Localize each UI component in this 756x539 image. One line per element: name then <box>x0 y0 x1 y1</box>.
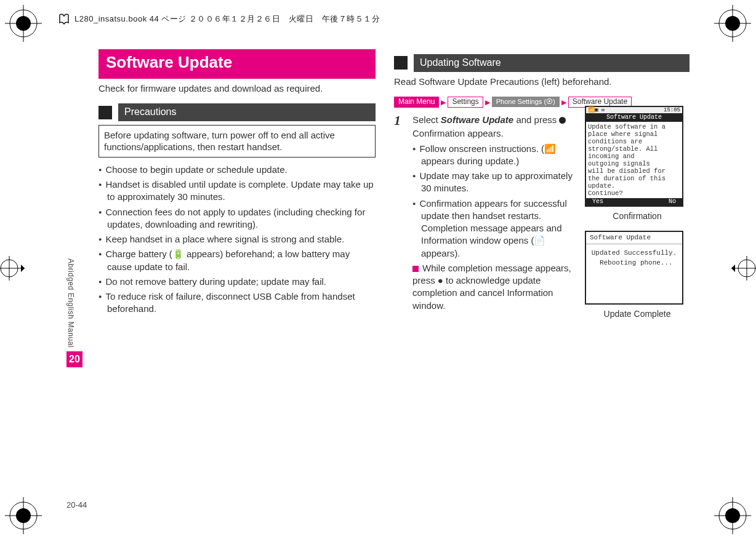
precaution-item: Handset is disabled until update is comp… <box>99 178 376 204</box>
step-bullet-item: Confirmation appears for successful upda… <box>412 198 573 260</box>
updating-intro: Read Software Update Precautions (left) … <box>394 76 690 88</box>
step-note-text: While completion message appears, press … <box>412 263 571 311</box>
precautions-warning-box: Before updating software, turn power off… <box>99 125 376 158</box>
precaution-item: Do not remove battery during update; upd… <box>99 276 376 288</box>
precaution-item: Charge battery (🔋 appears) beforehand; a… <box>99 248 376 273</box>
section-precautions: Precautions <box>99 103 376 121</box>
print-header-text: L280_insatsu.book 44 ページ ２００６年１２月２６日 火曜日… <box>74 14 380 25</box>
section-marker-icon <box>99 106 112 119</box>
nav-settings: Settings <box>448 97 483 108</box>
registration-mark-top-left <box>5 5 42 42</box>
figure-confirmation-caption: Confirmation <box>585 210 690 222</box>
registration-mark-bottom-left <box>5 497 42 534</box>
screen-body-text: Update software in a place where signal … <box>586 122 682 199</box>
nav-main-menu: Main Menu <box>394 97 439 108</box>
precaution-item: To reduce risk of failure, disconnect US… <box>99 290 376 316</box>
screen2-titlebar: Software Update <box>586 232 682 244</box>
print-header: L280_insatsu.book 44 ページ ２００６年１２月２６日 火曜日… <box>58 14 380 25</box>
step-bullet-list: Follow onscreen instructions. (📶 appears… <box>412 143 573 260</box>
page-number: 20-44 <box>66 500 87 509</box>
book-icon <box>58 14 70 25</box>
precaution-item: Keep handset in a place where signal is … <box>99 233 376 246</box>
section-marker-icon <box>394 56 408 70</box>
registration-mark-bottom-right <box>714 497 751 534</box>
side-tab: Abridged English Manual 20 <box>66 258 82 367</box>
softkey-yes: Yes <box>592 198 603 206</box>
nav-arrow-icon: ▶ <box>485 98 491 107</box>
precautions-list: Choose to begin update or schedule updat… <box>99 164 376 316</box>
precaution-item: Choose to begin update or schedule updat… <box>99 164 376 176</box>
page-title: Software Update <box>99 49 376 79</box>
nav-arrow-icon: ▶ <box>561 98 567 107</box>
center-button-icon <box>559 117 566 124</box>
screen2-body-text: Updated Successfully. Rebooting phone... <box>586 244 682 303</box>
step-title-suffix: and press <box>513 114 559 125</box>
step-number: 1 <box>394 114 408 312</box>
side-tab-label: Abridged English Manual <box>66 258 75 348</box>
nav-arrow-icon: ▶ <box>440 98 446 107</box>
step-bullet-item: Update may take up to approximately 30 m… <box>412 170 573 195</box>
note-marker-icon <box>412 266 419 272</box>
page-intro: Check for firmware updates and download … <box>99 82 376 95</box>
section-precautions-label: Precautions <box>118 103 376 121</box>
step-note: While completion message appears, press … <box>412 262 573 312</box>
nav-phone-settings: Phone Settings (⦿) <box>492 97 560 107</box>
crop-mark-left <box>0 256 25 283</box>
precaution-item: Connection fees do not apply to updates … <box>99 206 376 231</box>
step-bullet-item: Follow onscreen instructions. (📶 appears… <box>412 143 573 168</box>
step-title-em: Software Update <box>441 114 513 125</box>
crop-mark-right <box>731 256 756 283</box>
side-tab-chapter: 20 <box>66 351 82 367</box>
section-updating-label: Updating Software <box>414 54 690 72</box>
step-title-prefix: Select <box>412 114 441 125</box>
figure-complete-caption: Update Complete <box>585 308 690 320</box>
registration-mark-top-right <box>714 5 751 42</box>
screen-titlebar: Software Update <box>586 113 682 122</box>
step-confirmation-text: Confirmation appears. <box>412 127 573 140</box>
section-updating: Updating Software <box>394 54 690 72</box>
signal-icon: 📶▣ ✉ <box>588 107 605 113</box>
figure-confirmation-screen: 📶▣ ✉ 15:05 Software Update Update softwa… <box>585 106 683 207</box>
clock-text: 15:05 <box>664 107 680 113</box>
step-title: Select Software Update and press <box>412 114 573 126</box>
softkey-no: No <box>669 198 676 206</box>
figure-complete-screen: Software Update Updated Successfully. Re… <box>585 231 683 305</box>
figure-column: 📶▣ ✉ 15:05 Software Update Update softwa… <box>585 106 690 328</box>
